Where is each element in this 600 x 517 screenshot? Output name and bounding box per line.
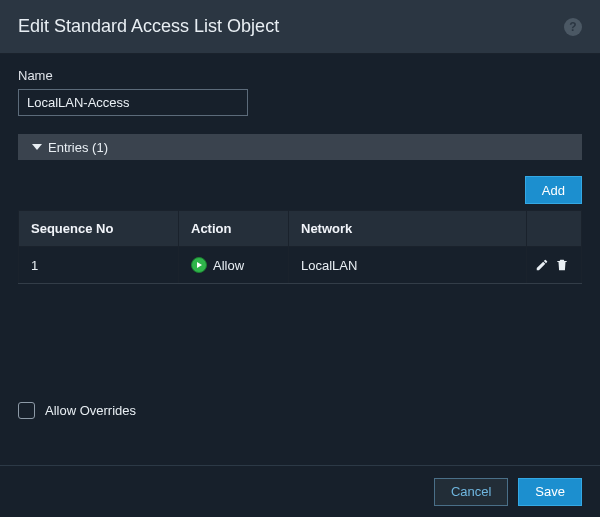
dialog-content: Name Entries (1) Add Sequence No Action … <box>0 54 600 419</box>
name-label: Name <box>18 68 582 83</box>
allow-overrides-row: Allow Overrides <box>18 402 582 419</box>
table-row: 1 Allow LocalLAN <box>19 247 582 284</box>
chevron-down-icon <box>32 144 42 150</box>
entries-toggle[interactable]: Entries (1) <box>18 134 582 160</box>
allow-overrides-checkbox[interactable] <box>18 402 35 419</box>
dialog-footer: Cancel Save <box>0 465 600 517</box>
cancel-button[interactable]: Cancel <box>434 478 508 506</box>
col-sequence: Sequence No <box>19 211 179 247</box>
col-ops <box>527 211 582 247</box>
entries-section: Entries (1) Add Sequence No Action Netwo… <box>18 134 582 284</box>
col-action: Action <box>179 211 289 247</box>
cell-network: LocalLAN <box>289 247 527 284</box>
entries-table: Sequence No Action Network 1 Allow Local <box>18 210 582 284</box>
entries-toolbar: Add <box>18 176 582 204</box>
action-text: Allow <box>213 258 244 273</box>
entries-header-label: Entries (1) <box>48 140 108 155</box>
edit-icon[interactable] <box>535 257 549 273</box>
dialog-header: Edit Standard Access List Object ? <box>0 0 600 54</box>
allow-arrow-icon <box>191 257 207 273</box>
col-network: Network <box>289 211 527 247</box>
allow-overrides-label: Allow Overrides <box>45 403 136 418</box>
cell-ops <box>527 247 582 284</box>
save-button[interactable]: Save <box>518 478 582 506</box>
help-icon[interactable]: ? <box>564 18 582 36</box>
add-button[interactable]: Add <box>525 176 582 204</box>
table-header-row: Sequence No Action Network <box>19 211 582 247</box>
cell-sequence: 1 <box>19 247 179 284</box>
delete-icon[interactable] <box>555 257 569 273</box>
cell-action: Allow <box>179 247 289 284</box>
name-input[interactable] <box>18 89 248 116</box>
dialog-title: Edit Standard Access List Object <box>18 16 564 37</box>
